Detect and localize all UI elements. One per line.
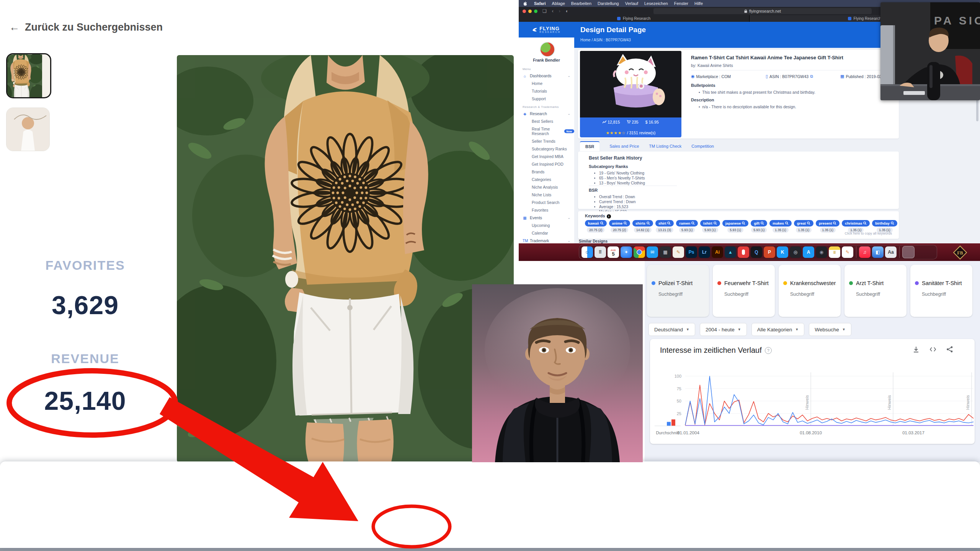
tab-bsr[interactable]: BSR [580,141,599,151]
music-icon[interactable]: ♫ [859,246,871,258]
photo-editor-icon[interactable]: ✎ [673,246,684,258]
photoshop-icon[interactable]: Ps [686,246,697,258]
trash-icon[interactable] [902,246,915,258]
webcam-overlay: PA SION [880,2,980,100]
sidebar-item-best-sellers[interactable]: Best Sellers [519,117,574,125]
privacy-shield-icon[interactable]: ◐ [566,8,568,14]
sidebar-item-get-inspired-mba[interactable]: Get Inspired MBA [519,153,574,160]
info-icon[interactable]: i [607,214,611,218]
sidebar-toggle-icon[interactable]: ❏ [542,8,547,14]
filter-websuche[interactable]: Websuche▼ [809,323,851,336]
product-thumbnail-selected[interactable] [6,53,51,98]
keyword-pill-ramen[interactable]: ramen [676,220,698,227]
copy-asin-icon[interactable]: ⧉ [810,74,813,79]
sidebar-item-research[interactable]: ◈Research⌄ [519,110,574,117]
menu-item-bearbeiten[interactable]: Bearbeiten [571,1,591,6]
copy-keywords-link[interactable]: Click here to copy all keywords [519,231,892,235]
affinity-icon[interactable]: ▲ [725,246,736,258]
sidebar-item-tutorials[interactable]: Tutorials [519,87,574,95]
sidebar-item-seller-trends[interactable]: Seller Trends [519,137,574,145]
sidebar-item-events[interactable]: ▦Events⌄ [519,214,574,222]
back-to-results-link[interactable]: ←Zurück zu Suchergebnissen [9,21,163,33]
keyword-pill-shirts[interactable]: shirts [632,220,653,227]
sidebar-item-trademark[interactable]: TMTrademark⌄ [519,237,574,243]
sidebar-item-niche-lists[interactable]: Niche Lists [519,191,574,199]
keyword-pill-kawaii[interactable]: kawaii [585,220,607,227]
sidebar-item-subcategory-ranks[interactable]: Subcategory Ranks [519,145,574,153]
product-thumbnail-2[interactable] [6,108,50,151]
sidebar-item-get-inspired-pod[interactable]: Get Inspired POD [519,160,574,168]
obs-icon[interactable]: ◎ [790,246,801,258]
keyword-pill-anime[interactable]: anime [609,220,630,227]
menu-item-safari[interactable]: Safari [534,1,546,6]
trend-card-3[interactable]: Krankenschwester...Suchbegriff [779,265,841,317]
menu-item-hilfe[interactable]: Hilfe [694,1,703,6]
menu-item-ablage[interactable]: Ablage [552,1,565,6]
browser-tab-1[interactable]: Flying Research [519,15,750,22]
microphone-icon[interactable] [738,246,749,258]
safari-icon[interactable]: ✦ [621,246,632,258]
trend-term-type: Suchbegriff [790,292,836,297]
menu-item-fenster[interactable]: Fenster [674,1,688,6]
keyword-pill-christmas[interactable]: christmas [842,220,870,227]
quicktime-icon[interactable]: Q [751,246,762,258]
illustrator-icon[interactable]: Ai [712,246,723,258]
desktop-picture-icon[interactable]: ◧ [872,246,884,258]
pages-icon[interactable]: ✎ [842,246,853,258]
avatar[interactable] [540,42,555,57]
sidebar-item-support[interactable]: Support [519,95,574,103]
tab-tm-listing-check[interactable]: TM Listing Check [649,144,681,148]
fontbook-icon[interactable]: Aa [885,246,897,258]
sidebar-item-dashboards[interactable]: ⌂Dashboards⌄ [519,72,574,80]
keyword-pill-birthday[interactable]: birthday [872,220,897,227]
menu-item-lesezeichen[interactable]: Lesezeichen [644,1,668,6]
filter-deutschland[interactable]: Deutschland▼ [648,323,695,336]
keyword-pill-great[interactable]: great [794,220,813,227]
filter-alle-kategorien[interactable]: Alle Kategorien▼ [751,323,804,336]
appstore-icon[interactable]: A [803,246,814,258]
notes-icon[interactable]: ≣ [829,246,840,258]
tab-sales-and-price[interactable]: Sales and Price [609,144,639,148]
launchpad-icon[interactable]: ⠿ [595,246,606,258]
sidebar-item-real-time-research[interactable]: Real Time ResearchNew [519,125,574,137]
trend-card-4[interactable]: Arzt T-ShirtSuchbegriff [844,265,906,317]
mail-icon[interactable]: ✉ [647,246,658,258]
svg-text:Hinweis: Hinweis [805,395,809,410]
minimize-window-button[interactable] [528,10,532,13]
filter-2004-heute[interactable]: 2004 - heute▼ [700,323,747,336]
menu-item-darstellung[interactable]: Darstellung [598,1,619,6]
keyword-pill-japanese[interactable]: japanese [722,220,749,227]
back-nav-icon[interactable]: ‹ [552,8,554,14]
trend-card-2[interactable]: Feuerwehr T-ShirtSuchbegriff [713,265,775,317]
trend-card-5[interactable]: Sanitäter T-ShirtSuchbegriff [910,265,972,317]
forward-nav-icon[interactable]: › [559,8,560,14]
finalcut-icon[interactable]: ▦ [660,246,671,258]
calendar-icon[interactable]: AUG5 [608,246,619,258]
trend-card-1[interactable]: Polizei T-ShirtSuchbegriff [647,265,709,317]
chrome-icon[interactable] [634,246,645,258]
sidebar-item-home[interactable]: Home [519,80,574,87]
sidebar-item-brands[interactable]: Brands [519,168,574,176]
sidebar-item-favorites[interactable]: Favorites [519,206,574,214]
compressor-icon[interactable]: ◉ [816,246,827,258]
sidebar-item-niche-analysis[interactable]: Niche Analysis [519,183,574,191]
keyword-pill-gift[interactable]: gift [751,220,767,227]
sidebar-item-product-search[interactable]: Product Search [519,199,574,206]
sidebar-item-upcoming[interactable]: Upcoming [519,222,574,229]
keyword-pill-tshirt[interactable]: tshirt [700,220,720,227]
keyword-pill-present[interactable]: present [816,220,840,227]
address-bar[interactable]: flyingresearch.net [653,8,872,14]
powerpoint-icon[interactable]: P [764,246,775,258]
menu-item-verlauf[interactable]: Verlauf [625,1,638,6]
trend-term: Sanitäter T-Shirt [922,280,962,286]
dock-divider [899,246,900,258]
keyword-pill-makes[interactable]: makes [769,220,792,227]
zoom-window-button[interactable] [534,10,537,13]
sidebar-item-categories[interactable]: Categories [519,176,574,183]
tab-competition[interactable]: Competition [691,144,714,148]
lightroom-icon[interactable]: Lr [699,246,710,258]
keyword-pill-shirt[interactable]: shirt [655,220,674,227]
keynote-icon[interactable]: K [777,246,788,258]
finder-icon[interactable]: ☺ [581,246,593,258]
close-window-button[interactable] [523,10,526,13]
